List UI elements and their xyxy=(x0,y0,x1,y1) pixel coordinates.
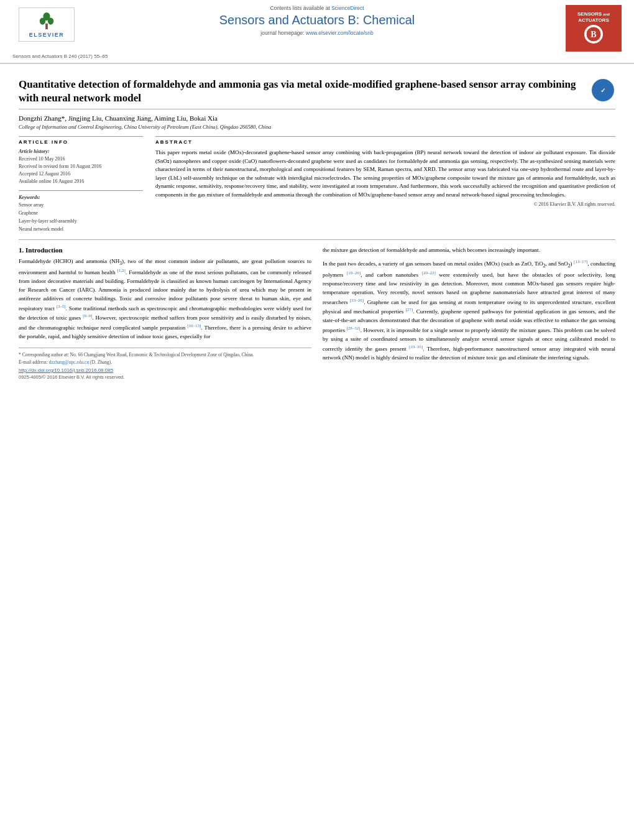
homepage-url[interactable]: www.elsevier.com/locate/snb xyxy=(306,30,374,36)
page-wrapper: ELSEVIER Contents lists available at Sci… xyxy=(0,0,634,840)
keywords-label: Keywords: xyxy=(19,195,143,200)
corresponding-author-text: * Corresponding author at: No. 66 Changj… xyxy=(19,352,254,358)
available-date: Available online 16 August 2016 xyxy=(19,178,143,185)
issn-line: 0925-4005/© 2016 Elsevier B.V. All right… xyxy=(19,374,311,380)
revised-date: Received in revised form 10 August 2016 xyxy=(19,163,143,170)
accepted-date: Accepted 12 August 2016 xyxy=(19,170,143,178)
sensors-logo-text: SENSORS andACTUATORS xyxy=(577,11,610,23)
article-body: Quantitative detection of formaldehyde a… xyxy=(0,64,634,386)
sensors-logo-icon: B xyxy=(584,25,603,44)
intro-paragraph-2: the mixture gas detection of formaldehyd… xyxy=(323,246,615,255)
main-col-right: the mixture gas detection of formaldehyd… xyxy=(323,246,615,379)
svg-point-1 xyxy=(40,17,45,24)
footnote-section: * Corresponding author at: No. 66 Changj… xyxy=(19,348,311,366)
svg-rect-3 xyxy=(45,23,48,29)
elsevier-logo-area: ELSEVIER xyxy=(12,5,81,44)
keyword-1: Graphene xyxy=(19,210,143,218)
title-section: Quantitative detection of formaldehyde a… xyxy=(19,70,615,109)
main-content: 1. Introduction Formaldehyde (HCHO) and … xyxy=(19,239,615,379)
svg-point-2 xyxy=(48,17,53,24)
journal-homepage: journal homepage: www.elsevier.com/locat… xyxy=(260,30,373,36)
contents-label: Contents lists available at xyxy=(270,5,329,11)
article-info-abstract-section: ARTICLE INFO Article history: Received 1… xyxy=(19,136,615,233)
abstract-header: ABSTRACT xyxy=(155,136,615,145)
article-title: Quantitative detection of formaldehyde a… xyxy=(19,78,590,105)
article-info-col: ARTICLE INFO Article history: Received 1… xyxy=(19,136,143,233)
authors-text: Dongzhi Zhang*, Jingjing Liu, Chuanxing … xyxy=(19,114,218,122)
journal-title: Sensors and Actuators B: Chemical xyxy=(219,13,415,27)
intro-section-title-text: Introduction xyxy=(25,246,63,254)
journal-header-center: Contents lists available at ScienceDirec… xyxy=(81,5,553,36)
homepage-label: journal homepage: xyxy=(260,30,304,36)
authors-line: Dongzhi Zhang*, Jingjing Liu, Chuanxing … xyxy=(19,114,615,122)
copyright-line: © 2016 Elsevier B.V. All rights reserved… xyxy=(155,201,615,207)
crossmark-logo: ✓ xyxy=(590,78,615,103)
intro-section-number: 1. xyxy=(19,246,24,254)
elsevier-logo-box: ELSEVIER xyxy=(19,7,75,42)
footnote-email: E-mail address: dzzhang@upc.edu.cn (D. Z… xyxy=(19,359,311,366)
intro-section-title: 1. Introduction xyxy=(19,246,311,254)
received-date: Received 10 May 2016 xyxy=(19,155,143,163)
elsevier-wordmark: ELSEVIER xyxy=(29,32,65,38)
article-info-header: ARTICLE INFO xyxy=(19,136,143,145)
intro-paragraph-1: Formaldehyde (HCHO) and ammonia (NH3), t… xyxy=(19,257,311,341)
footnote-corresponding: * Corresponding author at: No. 66 Changj… xyxy=(19,351,311,358)
keywords-section: Keywords: Sensor array Graphene Layer-by… xyxy=(19,195,143,233)
keyword-0: Sensor array xyxy=(19,201,143,210)
abstract-col: ABSTRACT This paper reports metal oxide … xyxy=(155,136,615,233)
citation-text: Sensors and Actuators B 240 (2017) 55–65 xyxy=(12,53,108,59)
email-link[interactable]: dzzhang@upc.edu.cn xyxy=(49,359,89,365)
main-col-left: 1. Introduction Formaldehyde (HCHO) and … xyxy=(19,246,311,379)
sciencedirect-link: Contents lists available at ScienceDirec… xyxy=(270,5,364,11)
affiliation-line: College of Information and Control Engin… xyxy=(19,124,615,130)
divider-1 xyxy=(19,190,143,191)
article-history-group: Article history: Received 10 May 2016 Re… xyxy=(19,149,143,185)
article-history-label: Article history: xyxy=(19,149,143,154)
keyword-2: Layer-by-layer self-assembly xyxy=(19,218,143,226)
keyword-3: Neural network model xyxy=(19,226,143,234)
intro-paragraph-3: In the past two decades, a variety of ga… xyxy=(323,259,615,362)
abstract-text: This paper reports metal oxide (MOx)-dec… xyxy=(155,149,615,199)
journal-header: ELSEVIER Contents lists available at Sci… xyxy=(0,0,634,64)
crossmark-icon: ✓ xyxy=(592,79,614,101)
email-label: E-mail address: xyxy=(19,359,48,365)
sciencedirect-anchor[interactable]: ScienceDirect xyxy=(331,5,364,11)
svg-text:B: B xyxy=(590,30,596,39)
citation-bar: Sensors and Actuators B 240 (2017) 55–65 xyxy=(12,53,622,59)
email-suffix: (D. Zhang). xyxy=(90,359,112,365)
doi-link[interactable]: http://dx.doi.org/10.1016/j.snb.2016.08.… xyxy=(19,367,311,373)
sensors-logo-area: SENSORS andACTUATORS B xyxy=(553,5,622,52)
elsevier-tree-icon xyxy=(38,12,55,30)
sensors-logo-box: SENSORS andACTUATORS B xyxy=(566,5,622,52)
